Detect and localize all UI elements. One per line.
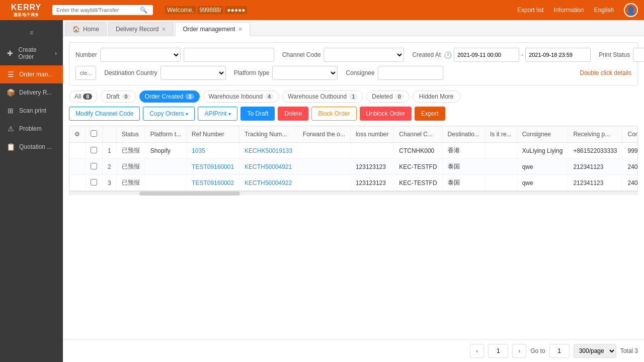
destination-label: Destination Country — [104, 69, 157, 76]
block-order-button[interactable]: Block Order — [311, 107, 356, 121]
tab-order-management[interactable]: Order management ✕ — [175, 22, 250, 36]
date-to-input[interactable] — [525, 48, 591, 62]
th-status: Status — [116, 126, 145, 143]
ref-number-link[interactable]: 1035 — [192, 147, 205, 154]
sidebar-item-create-order[interactable]: ✚ Create Order › — [0, 41, 63, 65]
td-receiving-p: +861522033333 — [568, 143, 622, 159]
td-gear — [69, 159, 86, 175]
horizontal-scroll-bar[interactable] — [69, 191, 638, 195]
status-tab-draft[interactable]: Draft 0 — [101, 90, 136, 103]
go-to-label: Go to — [530, 347, 545, 354]
td-checkbox[interactable] — [86, 159, 103, 175]
current-page-input[interactable] — [488, 344, 508, 358]
td-channel: CTCNHK000 — [394, 143, 442, 159]
status-tab-all[interactable]: All 8 — [69, 90, 98, 103]
status-tab-order-created[interactable]: Order Created 3 — [139, 90, 200, 103]
sidebar-item-delivery[interactable]: 📦 Delivery R... — [0, 83, 63, 102]
th-gear[interactable]: ⚙ — [69, 126, 86, 143]
td-ref-number[interactable]: TEST09160002 — [187, 175, 239, 191]
page-size-select[interactable]: 300/page — [574, 344, 616, 358]
unblock-order-button[interactable]: Unblock Order — [360, 107, 412, 121]
td-consignee-a: 24000 — [622, 159, 638, 175]
export-button[interactable]: Export — [415, 107, 445, 121]
sidebar-item-quotation[interactable]: 📋 Quotation ... — [0, 138, 63, 156]
copy-orders-dropdown-icon: ▾ — [186, 111, 188, 117]
sidebar-item-scan-print[interactable]: ⊞ Scan print — [0, 102, 63, 120]
go-to-page-input[interactable] — [549, 344, 570, 358]
td-consignee: qwe — [517, 159, 568, 175]
td-loss: 123123123 — [350, 159, 393, 175]
ref-number-link[interactable]: TEST09160002 — [192, 179, 234, 187]
top-nav: KERRY 嘉里电子商务 🔍 Welcome, 999888/ ●●●●● Ex… — [0, 0, 644, 20]
scroll-thumb[interactable] — [139, 192, 240, 196]
hidden-more-button[interactable]: Hidden More — [413, 90, 460, 103]
prev-page-button[interactable]: ‹ — [470, 344, 484, 358]
th-destination: Destinatio... — [442, 126, 485, 143]
td-tracking: KECTH50004921 — [239, 159, 298, 175]
information-link[interactable]: Information — [554, 7, 584, 14]
top-nav-right: Export list Information English 👤 — [517, 3, 638, 17]
tab-order-label: Order management — [183, 26, 235, 33]
td-is-re — [485, 175, 517, 191]
tab-order-close[interactable]: ✕ — [238, 26, 243, 33]
select-all-checkbox[interactable] — [91, 130, 97, 137]
row-checkbox[interactable] — [91, 147, 97, 153]
clear-button[interactable]: cle... — [75, 66, 96, 80]
next-page-button[interactable]: › — [512, 344, 526, 358]
row-checkbox[interactable] — [91, 163, 97, 169]
sidebar-collapse-btn[interactable]: ≡ — [0, 24, 63, 41]
tab-delivery-record[interactable]: Delivery Record ✕ — [108, 22, 174, 36]
td-ref-number[interactable]: TEST09160001 — [187, 159, 239, 175]
status-tab-all-label: All — [74, 93, 81, 100]
status-tab-deleted[interactable]: Deleted 0 — [366, 90, 410, 103]
tab-home[interactable]: 🏠 Home — [65, 22, 107, 36]
td-destination: 香港 — [442, 143, 485, 159]
order-management-icon: ☰ — [6, 70, 15, 78]
tab-delivery-close[interactable]: ✕ — [162, 26, 166, 33]
td-channel: KEC-TESTFD — [394, 159, 442, 175]
search-icon[interactable]: 🔍 — [140, 7, 147, 14]
td-is-re — [485, 143, 517, 159]
logo-sub: 嘉里电子商务 — [14, 12, 39, 18]
channel-code-select[interactable] — [324, 48, 404, 62]
delete-button[interactable]: Delete — [278, 107, 308, 121]
api-print-button[interactable]: APIPrint ▾ — [198, 107, 237, 121]
user-avatar[interactable]: 👤 — [624, 3, 638, 17]
td-checkbox[interactable] — [86, 175, 103, 191]
consignee-input[interactable] — [378, 66, 443, 80]
number-select[interactable] — [100, 48, 181, 62]
print-status-select[interactable] — [633, 48, 644, 62]
table-row[interactable]: 3 已预报 TEST09160002 KECTH50004922 1231231… — [69, 175, 638, 191]
modify-channel-button[interactable]: Modify Channel Code — [69, 107, 140, 121]
row-checkbox[interactable] — [91, 179, 97, 186]
th-receiving-p: Receiving p... — [568, 126, 622, 143]
copy-orders-button[interactable]: Copy Orders ▾ — [143, 107, 195, 121]
language-selector[interactable]: English — [594, 7, 614, 14]
search-input[interactable] — [56, 7, 137, 13]
status-tab-bar: All 8 Draft 0 Order Created 3 Warehouse … — [69, 90, 638, 103]
destination-select[interactable] — [160, 66, 226, 80]
ref-number-link[interactable]: TEST09160001 — [192, 163, 234, 170]
number-input[interactable] — [184, 48, 274, 62]
status-tab-warehouse-outbound[interactable]: Warehouse Outbound 1 — [282, 90, 363, 103]
to-draft-button[interactable]: To Draft — [240, 107, 275, 121]
search-box[interactable]: 🔍 — [52, 5, 153, 15]
date-from-input[interactable] — [454, 48, 519, 62]
export-list-link[interactable]: Export list — [517, 7, 544, 14]
td-tracking: KECHK50019133 — [239, 143, 298, 159]
status-tab-wh-outbound-label: Warehouse Outbound — [288, 93, 347, 100]
sidebar-item-order-management[interactable]: ☰ Order man... — [0, 65, 63, 83]
api-print-label: APIPrint — [204, 110, 226, 117]
number-label: Number — [75, 51, 97, 58]
platform-type-select[interactable] — [272, 66, 338, 80]
sidebar-item-problem[interactable]: ⚠ Problem — [0, 120, 63, 138]
td-ref-number[interactable]: 1035 — [187, 143, 239, 159]
table-row[interactable]: 1 已预报 Shopify 1035 KECHK50019133 CTCNHK0… — [69, 143, 638, 159]
th-consignee: Consignee — [517, 126, 568, 143]
th-consignee-a: Consignee ... — [622, 126, 638, 143]
status-tab-warehouse-inbound[interactable]: Warehouse Inbound 4 — [203, 90, 279, 103]
clock-icon: 🕐 — [444, 51, 452, 59]
orders-table: ⚙ Status Platform t... Ref Number Tracki… — [69, 126, 638, 191]
table-row[interactable]: 2 已预报 TEST09160001 KECTH50004921 1231231… — [69, 159, 638, 175]
td-checkbox[interactable] — [86, 143, 103, 159]
